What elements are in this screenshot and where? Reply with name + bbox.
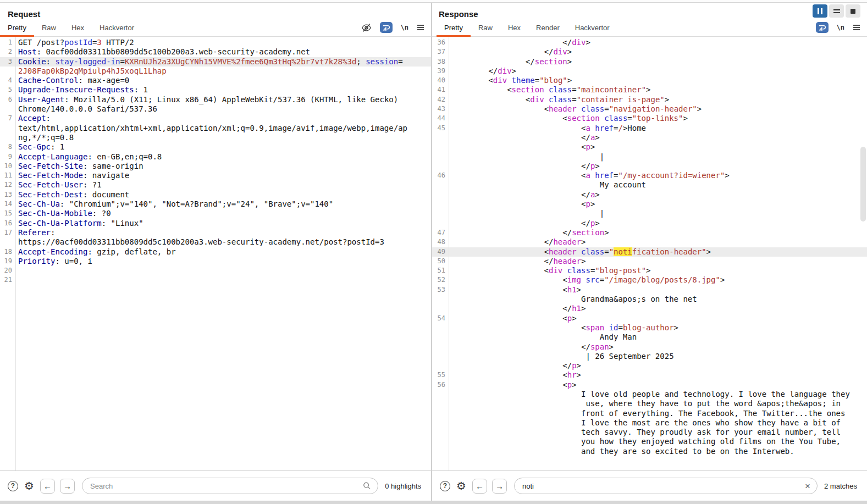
code-row: 10Sec-Fetch-Site: same-origin bbox=[0, 162, 431, 171]
line-number: 17 bbox=[0, 228, 15, 237]
line-number bbox=[0, 104, 15, 114]
line-number bbox=[432, 209, 449, 218]
line-number: 12 bbox=[0, 180, 15, 190]
previous-match-button[interactable]: ← bbox=[472, 479, 487, 494]
previous-match-button[interactable]: ← bbox=[40, 479, 55, 494]
pause-icon bbox=[818, 8, 822, 14]
tab-render[interactable]: Render bbox=[528, 20, 567, 36]
line-number bbox=[432, 152, 449, 162]
code-row: | bbox=[432, 209, 867, 218]
line-number: 39 bbox=[432, 67, 449, 76]
code-row: </p> bbox=[432, 219, 867, 228]
code-row: 47 </section> bbox=[432, 228, 867, 237]
code-row: </a> bbox=[432, 133, 867, 142]
line-number bbox=[432, 162, 449, 171]
line-number bbox=[432, 142, 449, 152]
maximize-layout-button[interactable] bbox=[846, 4, 860, 18]
scrollbar-thumb[interactable] bbox=[860, 147, 866, 221]
request-editor[interactable]: 1GET /post?postId=3 HTTP/22Host: 0acf00d… bbox=[0, 37, 431, 470]
menu-icon[interactable] bbox=[417, 24, 424, 31]
help-icon[interactable]: ? bbox=[8, 481, 18, 491]
code-row: 20 bbox=[0, 266, 431, 275]
search-input[interactable] bbox=[514, 478, 818, 494]
tab-hackvertor[interactable]: Hackvertor bbox=[92, 20, 142, 36]
code-row: 40 <div theme="blog"> bbox=[432, 76, 867, 85]
line-number: 19 bbox=[0, 257, 15, 266]
line-number: 21 bbox=[0, 275, 15, 285]
clear-search-icon[interactable]: × bbox=[805, 481, 810, 491]
line-number bbox=[0, 237, 15, 247]
line-number: 38 bbox=[432, 57, 449, 67]
line-number: 20 bbox=[0, 266, 15, 275]
line-number: 3 bbox=[0, 57, 15, 67]
line-number: 10 bbox=[0, 162, 15, 171]
line-number: 4 bbox=[0, 76, 15, 85]
code-row: 42 <div class="container is-page"> bbox=[432, 95, 867, 104]
columns-layout-button[interactable] bbox=[813, 4, 827, 18]
tab-raw[interactable]: Raw bbox=[34, 20, 64, 36]
search-input[interactable] bbox=[82, 478, 378, 494]
line-number: 54 bbox=[432, 314, 449, 323]
tab-hackvertor[interactable]: Hackvertor bbox=[567, 20, 617, 36]
line-number: 2 bbox=[0, 47, 15, 57]
line-number bbox=[432, 323, 449, 333]
line-number: 53 bbox=[432, 285, 449, 295]
settings-gear-icon[interactable]: ⚙ bbox=[455, 480, 467, 492]
line-number: 1 bbox=[0, 38, 15, 47]
code-row: 2Host: 0acf00dd03311bb0809dd5c100b200a3.… bbox=[0, 47, 431, 57]
line-number bbox=[432, 219, 449, 228]
wrap-toggle-icon[interactable] bbox=[380, 22, 393, 33]
line-number bbox=[432, 133, 449, 142]
code-row: Andy Man bbox=[432, 333, 867, 342]
tab-hex[interactable]: Hex bbox=[64, 20, 92, 36]
line-number: 6 bbox=[0, 95, 15, 104]
line-number bbox=[432, 180, 449, 190]
line-number bbox=[432, 333, 449, 342]
code-row: 17Referer: bbox=[0, 228, 431, 237]
line-number: 48 bbox=[432, 237, 449, 247]
code-row: <p> bbox=[432, 200, 867, 209]
newline-toggle-icon[interactable]: \n bbox=[837, 24, 844, 31]
line-number bbox=[432, 437, 449, 446]
response-editor[interactable]: 36 </div>37 </div>38 </section>39 </div>… bbox=[432, 37, 867, 470]
line-number: 44 bbox=[432, 114, 449, 123]
request-panel: Request PrettyRawHexHackvertor \n bbox=[0, 3, 431, 501]
line-number: 36 bbox=[432, 38, 449, 47]
settings-gear-icon[interactable]: ⚙ bbox=[23, 480, 35, 492]
newline-toggle-icon[interactable]: \n bbox=[401, 24, 408, 31]
code-row: 38 </section> bbox=[432, 57, 867, 67]
wrap-toggle-icon[interactable] bbox=[816, 22, 829, 33]
line-number bbox=[0, 124, 15, 133]
next-match-button[interactable]: → bbox=[492, 479, 507, 494]
response-tab-bar: PrettyRawHexRenderHackvertor \n bbox=[432, 20, 867, 37]
response-search-bar: ? ⚙ ← → × 2 matches bbox=[432, 470, 867, 501]
tab-pretty[interactable]: Pretty bbox=[0, 20, 34, 36]
tab-hex[interactable]: Hex bbox=[500, 20, 528, 36]
code-row: 39 </div> bbox=[432, 67, 867, 76]
code-row: 56 <p> bbox=[432, 380, 867, 390]
line-number: 42 bbox=[432, 95, 449, 104]
tab-pretty[interactable]: Pretty bbox=[437, 20, 471, 36]
eye-off-icon[interactable] bbox=[361, 23, 372, 32]
line-number: 7 bbox=[0, 114, 15, 123]
response-title: Response bbox=[432, 3, 867, 20]
menu-icon[interactable] bbox=[853, 24, 860, 31]
code-row: 7Accept: bbox=[0, 114, 431, 123]
scrollbar[interactable] bbox=[859, 37, 867, 470]
rows-layout-button[interactable] bbox=[829, 4, 844, 18]
code-row: </p> bbox=[432, 162, 867, 171]
line-number: 43 bbox=[432, 104, 449, 114]
code-row: and they are so excited to be on the Int… bbox=[432, 447, 867, 456]
code-row: </p> bbox=[432, 361, 867, 370]
line-number bbox=[432, 352, 449, 361]
help-icon[interactable]: ? bbox=[440, 481, 450, 491]
next-match-button[interactable]: → bbox=[60, 479, 75, 494]
code-row: use, where they have to put the word &ap… bbox=[432, 399, 867, 408]
line-number bbox=[432, 361, 449, 370]
code-row: 11Sec-Fetch-Mode: navigate bbox=[0, 171, 431, 180]
code-row: 14Sec-Ch-Ua: "Chromium";v="140", "Not=A?… bbox=[0, 200, 431, 209]
code-row: 37 </div> bbox=[432, 47, 867, 57]
code-row: My account bbox=[432, 180, 867, 190]
code-row: 46 <a href="/my-account?id=wiener"> bbox=[432, 171, 867, 180]
tab-raw[interactable]: Raw bbox=[471, 20, 500, 36]
